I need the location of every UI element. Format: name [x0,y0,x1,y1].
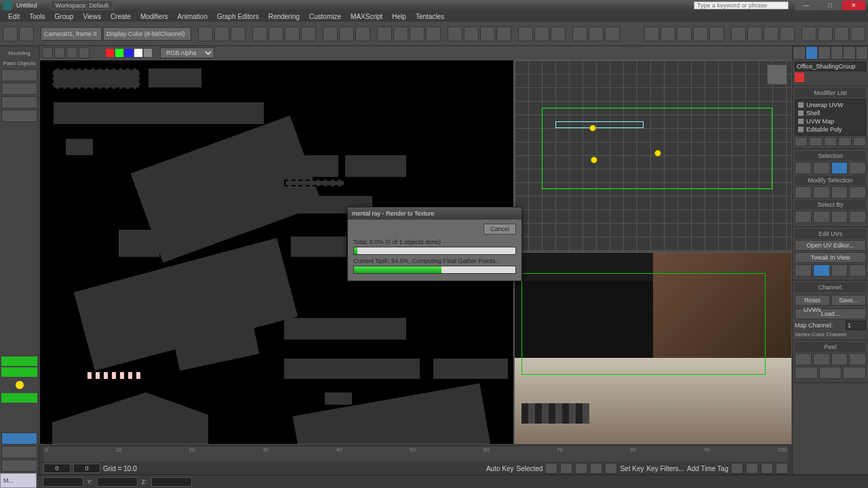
graphite-6-icon[interactable] [731,26,746,41]
graphite-d-icon[interactable] [850,26,865,41]
menu-grapheditors[interactable]: Graph Editors [213,13,263,20]
object-name-field[interactable] [795,62,866,71]
selby-4-icon[interactable] [849,211,866,223]
make-unique-icon[interactable] [824,137,837,146]
graphite-7-icon[interactable] [747,26,762,41]
ribbon-btn-active[interactable] [1,432,37,445]
peel-6-icon[interactable] [819,367,842,379]
undo-icon[interactable] [3,26,18,41]
render-setup-icon[interactable] [572,26,587,41]
fb-save-icon[interactable] [42,47,53,58]
menu-create[interactable]: Create [106,13,135,20]
time-slider[interactable]: 0 10 20 30 40 50 60 70 80 90 100 [43,447,788,462]
reset-uvw-button[interactable]: Reset UVWs [795,295,830,306]
eye-icon[interactable] [798,127,804,132]
grow-icon[interactable] [795,186,812,199]
quickmap-3-icon[interactable] [831,264,848,277]
graphite-5-icon[interactable] [709,26,724,41]
cancel-button[interactable]: Cancel [484,224,516,235]
coord-y-field[interactable] [97,477,138,487]
redo-icon[interactable] [19,26,34,41]
frame-field-b[interactable] [73,464,100,473]
viewport-perspective[interactable] [514,252,792,445]
mirror-icon[interactable] [464,26,479,41]
mapchannel-field[interactable] [846,321,866,330]
addtimetag[interactable]: Add Time Tag [687,465,728,472]
edituvs-header[interactable]: Edit UVs [795,229,866,239]
close-button[interactable]: ✕ [842,1,865,10]
play-next-icon[interactable] [590,463,602,474]
ribbon-swatch-green[interactable] [1,357,37,366]
play-start-icon[interactable] [545,463,557,474]
tweak-button[interactable]: Tweak In View [795,252,866,263]
graphite-b-icon[interactable] [818,26,833,41]
save-uvw-button[interactable]: Save... [831,295,867,306]
subobj-vertex-icon[interactable] [795,162,812,174]
pin-stack-icon[interactable] [795,137,808,146]
frame-field-a[interactable] [43,464,71,473]
light-gizmo-icon[interactable] [591,157,597,163]
fb-clone-icon[interactable] [66,47,77,58]
selby-2-icon[interactable] [813,211,830,223]
configure-icon[interactable] [853,137,866,146]
modifier-list-header[interactable]: Modifier List [795,88,866,98]
light-gizmo-icon[interactable] [654,150,661,157]
peel-header[interactable]: Peel [795,342,866,352]
quickmap-2-icon[interactable] [813,264,830,277]
remove-mod-icon[interactable] [838,137,851,146]
keyfilters-button[interactable]: Key Filters... [646,465,684,472]
shrink-icon[interactable] [813,186,830,199]
fb-blue-icon[interactable] [125,49,133,57]
menu-edit[interactable]: Edit [4,13,24,20]
nav-pan-icon[interactable] [731,463,743,474]
percent-snap-icon[interactable] [410,26,425,41]
ribbon-btn-1[interactable] [1,69,37,81]
play-icon[interactable] [575,463,587,474]
selby-1-icon[interactable] [795,211,812,223]
named-selection-icon[interactable] [448,26,462,41]
taskbar-item[interactable]: M... [0,473,37,488]
graphite-9-icon[interactable] [780,26,795,41]
camera-field[interactable] [41,27,102,41]
menu-views[interactable]: Views [79,13,105,20]
rotate-icon[interactable] [339,26,354,41]
graphite-4-icon[interactable] [693,26,708,41]
graphite-a-icon[interactable] [802,26,816,41]
panel-tab-motion-icon[interactable] [831,46,844,60]
selection-header[interactable]: Selection [795,151,866,161]
angle-snap-icon[interactable] [393,26,408,41]
show-result-icon[interactable] [809,137,822,146]
panel-tab-create-icon[interactable] [793,46,806,60]
material-editor-icon[interactable] [551,26,566,41]
ribbon-btn-6[interactable] [1,460,37,472]
ribbon-swatch-green2[interactable] [1,367,37,377]
fb-copy-icon[interactable] [54,47,65,58]
open-uv-editor-button[interactable]: Open UV Editor... [795,240,866,251]
fb-green-icon[interactable] [115,49,123,57]
colormode-field[interactable] [103,27,191,41]
spinner-snap-icon[interactable] [426,26,441,41]
ribbon-light-icon[interactable] [16,381,24,389]
viewcube-icon[interactable] [767,64,787,85]
selected-dropdown[interactable]: Selected [517,465,543,472]
move-icon[interactable] [323,26,338,41]
select-region-icon[interactable] [285,26,300,41]
peel-4-icon[interactable] [849,353,866,365]
workspace-selector[interactable]: Workspace: Default [51,1,113,10]
curve-editor-icon[interactable] [518,26,533,41]
menu-animation[interactable]: Animation [173,13,211,20]
quickmap-1-icon[interactable] [795,264,812,277]
help-search-input[interactable] [694,1,789,9]
peel-2-icon[interactable] [813,353,830,365]
modifier-stack[interactable]: Unwrap UVW Shell UVW Map Editable Poly [795,99,866,136]
link-icon[interactable] [198,26,213,41]
eye-icon[interactable] [798,102,804,108]
ribbon-swatch-green3[interactable] [1,393,37,403]
peel-7-icon[interactable] [843,367,866,379]
viewport-top[interactable] [514,60,792,252]
bind-icon[interactable] [231,26,245,41]
unlink-icon[interactable] [214,26,229,41]
channel-header[interactable]: Channel: [795,283,866,292]
nav-zoom-icon[interactable] [746,463,758,474]
render-icon[interactable] [605,26,620,41]
